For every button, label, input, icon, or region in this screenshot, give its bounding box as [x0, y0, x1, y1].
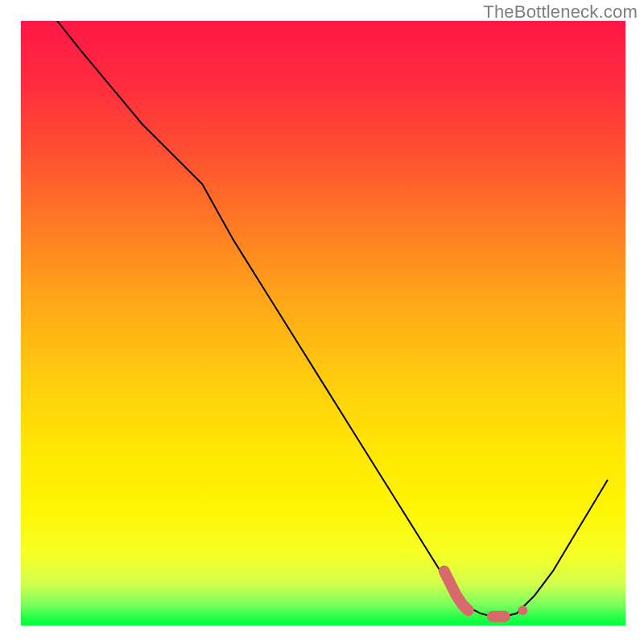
gradient-background — [21, 21, 625, 625]
optimal-end-dot — [518, 605, 527, 615]
chart-stage: TheBottleneck.com — [0, 0, 644, 644]
bottleneck-chart — [0, 0, 644, 644]
watermark-text: TheBottleneck.com — [483, 2, 638, 23]
